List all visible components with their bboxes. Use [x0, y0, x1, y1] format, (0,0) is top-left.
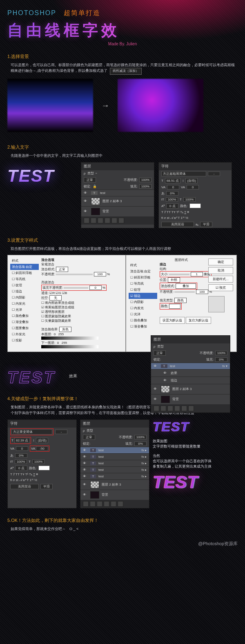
sample-test-wireframe: TEST: [153, 419, 238, 435]
arrow-icon: →: [101, 101, 109, 110]
dialog-sidebar[interactable]: 样式 混合选项:自定 ☐ 斜面和浮雕 ☐ 等高线 ☐ 纹理 ☐ 描边 ☐ 内阴影…: [10, 258, 39, 343]
step-2: 2.输入文字 先随意选择一个你中意的文字，用文字工具输入到图层中 TEST 图层…: [7, 144, 238, 228]
layers-panel-multi[interactable]: 图层 ρ类型 正常不透明度:100% 锁定:填充:0% 👁Ttestfx ▸ 👁…: [80, 419, 149, 508]
layer-item[interactable]: 👁图层 2 副本 3: [81, 196, 154, 206]
step2-body: 先随意选择一个你中意的文字，用文字工具输入到图层中: [11, 153, 238, 158]
sample-test-final: TEST: [153, 472, 238, 492]
step-3: 3.设置文字样式 双击图层打开图层样式面板，将混合选项&描边设置如图；其中混合模…: [7, 237, 238, 387]
header-sub: PHOTOSHOP 超简单打造: [7, 9, 238, 18]
sample-test-filled: TEST: [7, 166, 77, 186]
step1-body: 可以是图片，也可以自己画。标题部分的颜色为新建图层，画笔选好颜色后随意涂的，只要…: [11, 62, 238, 75]
gradient-after: [118, 79, 203, 132]
panel-title: 字符: [159, 163, 232, 170]
character-panel[interactable]: 字符 方正超粗黑简体- T68.51 点↕(自动) VA0VA0 あ0% IT1…: [158, 162, 232, 228]
layer-item[interactable]: 👁背景: [81, 206, 154, 216]
footer-credit: @Photoshop资源库: [7, 541, 238, 547]
character-panel-2[interactable]: 字符 方正隶变简体- T 82.39 点↕(自动) VA0VA -50 あ0% …: [7, 419, 77, 508]
layers-panel-result[interactable]: 图层 ρ类型 正常不透明度:100% 锁定:填充:0% 👁Ttestfx ▾ 👁…: [151, 335, 230, 413]
panel-footer-icons[interactable]: [81, 216, 154, 225]
step3-title: 3.设置文字样式: [7, 237, 238, 243]
step5-title: 5.OK！方法如此，剩下的就靠大家自由发挥！: [7, 517, 238, 524]
cancel-button[interactable]: 取消: [208, 267, 233, 274]
effect-label: 效果: [69, 373, 77, 379]
new-style-button[interactable]: 新建样式...: [208, 276, 233, 283]
ok-button[interactable]: 确定: [208, 258, 233, 265]
layer-item[interactable]: 👁Ttest: [81, 189, 154, 196]
gradient-before: [7, 79, 93, 132]
step-5: 5.OK！方法如此，剩下的就靠大家自由发挥！ 如果觉得简单，那就来交作业吧～ O…: [7, 517, 238, 532]
preview-check[interactable]: ☑ 预览: [208, 284, 233, 291]
step2-title: 2.输入文字: [7, 144, 238, 150]
step3-body: 双击图层打开图层样式面板，将混合选项&描边设置如图；其中混合模式可以根据个人画面…: [11, 246, 238, 252]
step5-body: 如果觉得简单，那就来交作业吧～ O _ <: [11, 526, 238, 532]
step1-title: 1.选择背景: [7, 53, 238, 60]
sample-test-outlined: TEST: [7, 368, 56, 386]
made-by: Made By. Julien: [7, 42, 238, 46]
layers-panel[interactable]: 图层 ρ类型 ÷ 正常不透明度:100% 锁定:🔒填充:100% 👁Ttest …: [81, 162, 154, 228]
layer-style-dialog-blend[interactable]: 样式 混合选项:自定 ☐ 斜面和浮雕 ☐ 等高线 ☐ 纹理 ☐ 描边 ☐ 内阴影…: [7, 255, 126, 352]
blend-mode-tag: 线性减淡（添加）: [110, 68, 142, 75]
page-title: 自由线框字效: [7, 20, 238, 41]
panel-title: 图层: [81, 163, 154, 170]
step-1: 1.选择背景 可以是图片，也可以自己画。标题部分的颜色为新建图层，画笔选好颜色后…: [7, 53, 238, 132]
